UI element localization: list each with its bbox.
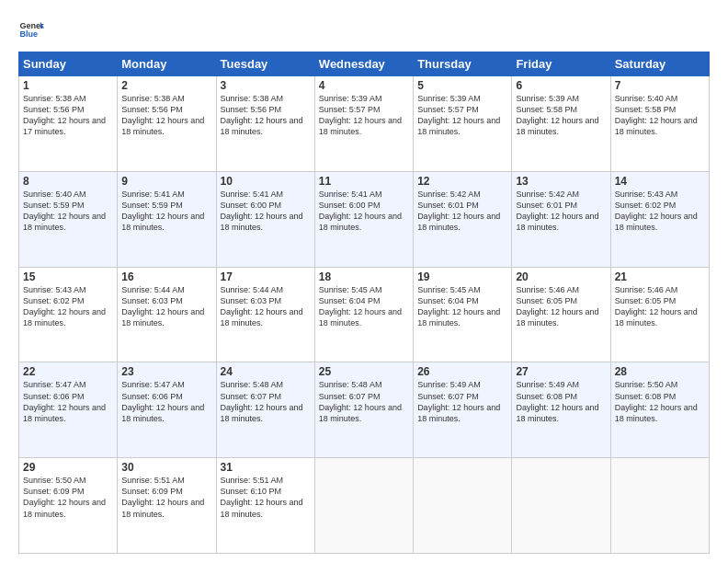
- calendar-cell: 8Sunrise: 5:40 AMSunset: 5:59 PMDaylight…: [19, 171, 118, 267]
- col-header-saturday: Saturday: [610, 52, 709, 76]
- day-number: 17: [221, 270, 311, 283]
- calendar-cell: 7Sunrise: 5:40 AMSunset: 5:58 PMDaylight…: [610, 76, 709, 172]
- day-info: Sunrise: 5:48 AMSunset: 6:07 PMDaylight:…: [319, 380, 402, 422]
- day-info: Sunrise: 5:43 AMSunset: 6:02 PMDaylight:…: [615, 190, 698, 232]
- day-info: Sunrise: 5:51 AMSunset: 6:10 PMDaylight:…: [221, 476, 303, 518]
- day-number: 29: [23, 461, 113, 474]
- day-info: Sunrise: 5:46 AMSunset: 6:05 PMDaylight:…: [615, 285, 698, 327]
- calendar-cell: 11Sunrise: 5:41 AMSunset: 6:00 PMDayligh…: [314, 171, 413, 267]
- calendar-cell: 20Sunrise: 5:46 AMSunset: 6:05 PMDayligh…: [512, 267, 610, 362]
- day-number: 19: [417, 270, 507, 283]
- day-info: Sunrise: 5:41 AMSunset: 6:00 PMDaylight:…: [319, 190, 402, 232]
- day-number: 22: [23, 365, 113, 378]
- day-info: Sunrise: 5:39 AMSunset: 5:58 PMDaylight:…: [516, 94, 598, 136]
- calendar-cell: 6Sunrise: 5:39 AMSunset: 5:58 PMDaylight…: [512, 76, 610, 172]
- day-number: 26: [417, 365, 507, 378]
- calendar-cell: 5Sunrise: 5:39 AMSunset: 5:57 PMDaylight…: [414, 76, 512, 172]
- day-info: Sunrise: 5:40 AMSunset: 5:59 PMDaylight:…: [23, 190, 106, 232]
- day-info: Sunrise: 5:43 AMSunset: 6:02 PMDaylight:…: [23, 285, 106, 327]
- col-header-friday: Friday: [512, 52, 610, 76]
- day-info: Sunrise: 5:50 AMSunset: 6:08 PMDaylight:…: [615, 380, 698, 422]
- calendar-cell: 30Sunrise: 5:51 AMSunset: 6:09 PMDayligh…: [118, 458, 216, 554]
- col-header-wednesday: Wednesday: [314, 52, 413, 76]
- day-info: Sunrise: 5:45 AMSunset: 6:04 PMDaylight:…: [417, 285, 500, 327]
- day-info: Sunrise: 5:51 AMSunset: 6:09 PMDaylight:…: [121, 476, 204, 518]
- logo-icon: General Blue: [18, 17, 44, 42]
- day-info: Sunrise: 5:47 AMSunset: 6:06 PMDaylight:…: [23, 380, 106, 422]
- day-number: 2: [121, 79, 211, 92]
- day-number: 16: [121, 270, 211, 283]
- day-info: Sunrise: 5:46 AMSunset: 6:05 PMDaylight:…: [516, 285, 598, 327]
- calendar-cell: 25Sunrise: 5:48 AMSunset: 6:07 PMDayligh…: [314, 362, 413, 458]
- calendar-page: General Blue SundayMondayTuesdayWednesda…: [0, 0, 728, 563]
- calendar-cell: 14Sunrise: 5:43 AMSunset: 6:02 PMDayligh…: [610, 171, 709, 267]
- calendar-row-4: 29Sunrise: 5:50 AMSunset: 6:09 PMDayligh…: [19, 458, 710, 554]
- calendar-header-row: SundayMondayTuesdayWednesdayThursdayFrid…: [19, 52, 710, 76]
- col-header-monday: Monday: [118, 52, 216, 76]
- calendar-cell: 26Sunrise: 5:49 AMSunset: 6:07 PMDayligh…: [414, 362, 512, 458]
- day-info: Sunrise: 5:50 AMSunset: 6:09 PMDaylight:…: [23, 476, 106, 518]
- day-info: Sunrise: 5:42 AMSunset: 6:01 PMDaylight:…: [516, 190, 598, 232]
- day-number: 24: [221, 365, 311, 378]
- day-number: 13: [516, 175, 606, 188]
- day-number: 11: [319, 175, 409, 188]
- day-info: Sunrise: 5:38 AMSunset: 5:56 PMDaylight:…: [23, 94, 106, 136]
- day-number: 6: [516, 79, 606, 92]
- calendar-cell: 16Sunrise: 5:44 AMSunset: 6:03 PMDayligh…: [118, 267, 216, 362]
- day-info: Sunrise: 5:38 AMSunset: 5:56 PMDaylight:…: [221, 94, 303, 136]
- day-number: 14: [615, 175, 705, 188]
- day-number: 8: [23, 175, 113, 188]
- col-header-sunday: Sunday: [19, 52, 118, 76]
- day-info: Sunrise: 5:49 AMSunset: 6:08 PMDaylight:…: [516, 380, 598, 422]
- col-header-tuesday: Tuesday: [216, 52, 314, 76]
- calendar-row-3: 22Sunrise: 5:47 AMSunset: 6:06 PMDayligh…: [19, 362, 710, 458]
- day-number: 9: [121, 175, 211, 188]
- calendar-cell: 4Sunrise: 5:39 AMSunset: 5:57 PMDaylight…: [314, 76, 413, 172]
- calendar-cell: 28Sunrise: 5:50 AMSunset: 6:08 PMDayligh…: [610, 362, 709, 458]
- day-info: Sunrise: 5:39 AMSunset: 5:57 PMDaylight:…: [417, 94, 500, 136]
- day-info: Sunrise: 5:39 AMSunset: 5:57 PMDaylight:…: [319, 94, 402, 136]
- calendar-cell: 18Sunrise: 5:45 AMSunset: 6:04 PMDayligh…: [314, 267, 413, 362]
- day-number: 3: [221, 79, 311, 92]
- day-number: 27: [516, 365, 606, 378]
- calendar-row-2: 15Sunrise: 5:43 AMSunset: 6:02 PMDayligh…: [19, 267, 710, 362]
- calendar-row-1: 8Sunrise: 5:40 AMSunset: 5:59 PMDaylight…: [19, 171, 710, 267]
- day-info: Sunrise: 5:49 AMSunset: 6:07 PMDaylight:…: [417, 380, 500, 422]
- calendar-cell: 10Sunrise: 5:41 AMSunset: 6:00 PMDayligh…: [216, 171, 314, 267]
- calendar-table: SundayMondayTuesdayWednesdayThursdayFrid…: [18, 52, 710, 554]
- calendar-cell: 1Sunrise: 5:38 AMSunset: 5:56 PMDaylight…: [19, 76, 118, 172]
- calendar-cell: 21Sunrise: 5:46 AMSunset: 6:05 PMDayligh…: [610, 267, 709, 362]
- day-info: Sunrise: 5:47 AMSunset: 6:06 PMDaylight:…: [121, 380, 204, 422]
- day-number: 30: [121, 461, 211, 474]
- day-number: 28: [615, 365, 705, 378]
- calendar-cell: 22Sunrise: 5:47 AMSunset: 6:06 PMDayligh…: [19, 362, 118, 458]
- day-info: Sunrise: 5:42 AMSunset: 6:01 PMDaylight:…: [417, 190, 500, 232]
- day-number: 18: [319, 270, 409, 283]
- day-number: 4: [319, 79, 409, 92]
- day-number: 10: [221, 175, 311, 188]
- calendar-cell: [512, 458, 610, 554]
- col-header-thursday: Thursday: [414, 52, 512, 76]
- day-info: Sunrise: 5:44 AMSunset: 6:03 PMDaylight:…: [221, 285, 303, 327]
- calendar-cell: [314, 458, 413, 554]
- calendar-cell: 29Sunrise: 5:50 AMSunset: 6:09 PMDayligh…: [19, 458, 118, 554]
- calendar-cell: [414, 458, 512, 554]
- logo: General Blue: [18, 17, 44, 42]
- day-number: 21: [615, 270, 705, 283]
- day-number: 12: [417, 175, 507, 188]
- calendar-cell: 13Sunrise: 5:42 AMSunset: 6:01 PMDayligh…: [512, 171, 610, 267]
- day-number: 15: [23, 270, 113, 283]
- day-info: Sunrise: 5:40 AMSunset: 5:58 PMDaylight:…: [615, 94, 698, 136]
- calendar-cell: [610, 458, 709, 554]
- day-number: 7: [615, 79, 705, 92]
- calendar-cell: 27Sunrise: 5:49 AMSunset: 6:08 PMDayligh…: [512, 362, 610, 458]
- header: General Blue: [18, 17, 710, 42]
- day-number: 31: [221, 461, 311, 474]
- calendar-cell: 24Sunrise: 5:48 AMSunset: 6:07 PMDayligh…: [216, 362, 314, 458]
- svg-text:Blue: Blue: [19, 29, 38, 39]
- day-info: Sunrise: 5:48 AMSunset: 6:07 PMDaylight:…: [221, 380, 303, 422]
- day-number: 25: [319, 365, 409, 378]
- day-info: Sunrise: 5:41 AMSunset: 5:59 PMDaylight:…: [121, 190, 204, 232]
- calendar-cell: 31Sunrise: 5:51 AMSunset: 6:10 PMDayligh…: [216, 458, 314, 554]
- calendar-cell: 12Sunrise: 5:42 AMSunset: 6:01 PMDayligh…: [414, 171, 512, 267]
